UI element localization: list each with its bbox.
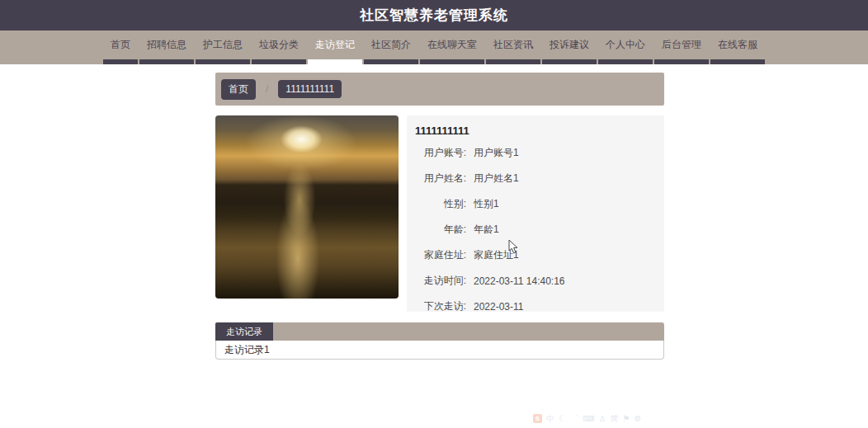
breadcrumb-home-badge[interactable]: 首页 <box>221 79 256 100</box>
breadcrumb-separator: / <box>266 83 268 95</box>
breadcrumb: 首页 / 1111111111 <box>215 73 664 106</box>
nav-item-online-service[interactable]: 在线客服 <box>710 31 765 64</box>
nav-item-visit-registration[interactable]: 走访登记 <box>308 31 362 64</box>
field-label: 走访时间: <box>415 274 466 288</box>
nav-item-community-news[interactable]: 社区资讯 <box>486 31 540 64</box>
nav-item-personal-center[interactable]: 个人中心 <box>598 31 653 64</box>
nav-item-recruit-info[interactable]: 招聘信息 <box>139 31 194 64</box>
visit-record-row: 走访记录1 <box>216 341 663 359</box>
ime-simplified-icon[interactable]: 简 <box>611 412 619 425</box>
nav-item-chat-room[interactable]: 在线聊天室 <box>420 31 484 64</box>
nav-item-complaint-suggestion[interactable]: 投诉建议 <box>542 31 597 64</box>
ime-logo-icon[interactable]: S <box>533 414 542 423</box>
ime-moon-icon[interactable]: ☾ <box>559 412 566 425</box>
field-row-next-visit: 下次走访: 2022-03-11 <box>415 294 664 319</box>
field-row-name: 用户姓名: 用户姓名1 <box>415 166 664 191</box>
field-row-account: 用户账号: 用户账号1 <box>415 140 664 166</box>
breadcrumb-current-badge: 1111111111 <box>278 80 342 98</box>
field-label: 用户账号: <box>415 146 466 160</box>
field-row-visit-time: 走访时间: 2022-03-11 14:40:16 <box>415 268 664 294</box>
ime-toolbar: S 中 ☾ ゜ ⌨ ♙ 简 ⚑ ⚙ <box>533 412 642 425</box>
main-nav: 首页 招聘信息 护工信息 垃圾分类 走访登记 社区简介 在线聊天室 社区资讯 投… <box>0 31 868 64</box>
field-label: 性别: <box>415 197 466 211</box>
ime-lang-icon[interactable]: 中 <box>546 412 554 425</box>
ime-toolbox-icon[interactable]: ⚑ <box>623 412 630 425</box>
nav-item-community-intro[interactable]: 社区简介 <box>364 31 418 64</box>
field-value: 2022-03-11 14:40:16 <box>474 275 565 287</box>
app-header: 社区智慧养老管理系统 <box>0 0 868 31</box>
ime-user-icon[interactable]: ♙ <box>599 412 606 425</box>
field-row-age: 年龄: 年龄1 <box>415 217 664 242</box>
nav-item-garbage-sorting[interactable]: 垃圾分类 <box>252 31 306 64</box>
field-value: 家庭住址1 <box>474 248 519 262</box>
detail-title: 1111111111 <box>415 125 664 137</box>
nav-item-backend-management[interactable]: 后台管理 <box>654 31 709 64</box>
ime-punctuation-icon[interactable]: ゜ <box>570 412 578 425</box>
field-value: 2022-03-11 <box>474 301 524 313</box>
tab-visit-records[interactable]: 走访记录 <box>215 322 273 341</box>
visit-records-section: 走访记录 走访记录1 <box>215 322 664 360</box>
field-value: 年龄1 <box>474 223 499 237</box>
field-value: 用户姓名1 <box>474 172 519 186</box>
visit-records-body: 走访记录1 <box>215 341 664 360</box>
field-label: 下次走访: <box>415 299 466 313</box>
detail-section: 1111111111 用户账号: 用户账号1 用户姓名: 用户姓名1 性别: 性… <box>215 115 664 312</box>
nav-item-home[interactable]: 首页 <box>103 31 138 64</box>
field-row-gender: 性别: 性别1 <box>415 191 664 217</box>
page: 社区智慧养老管理系统 首页 招聘信息 护工信息 垃圾分类 走访登记 社区简介 在… <box>0 0 868 428</box>
ime-keyboard-icon[interactable]: ⌨ <box>583 412 594 425</box>
field-label: 年龄: <box>415 223 466 237</box>
field-label: 家庭住址: <box>415 248 466 262</box>
field-label: 用户姓名: <box>415 172 466 186</box>
field-row-address: 家庭住址: 家庭住址1 <box>415 242 664 268</box>
field-value: 性别1 <box>474 197 499 211</box>
nav-item-caregiver-info[interactable]: 护工信息 <box>196 31 250 64</box>
sunset-photo <box>215 115 399 299</box>
field-value: 用户账号1 <box>474 146 519 160</box>
content-column: 首页 / 1111111111 1111111111 用户账号: 用户账号1 用… <box>215 73 664 360</box>
detail-panel: 1111111111 用户账号: 用户账号1 用户姓名: 用户姓名1 性别: 性… <box>407 115 664 312</box>
page-title: 社区智慧养老管理系统 <box>360 6 508 25</box>
visit-records-tabbar: 走访记录 <box>215 322 664 341</box>
ime-gear-icon[interactable]: ⚙ <box>634 412 642 425</box>
